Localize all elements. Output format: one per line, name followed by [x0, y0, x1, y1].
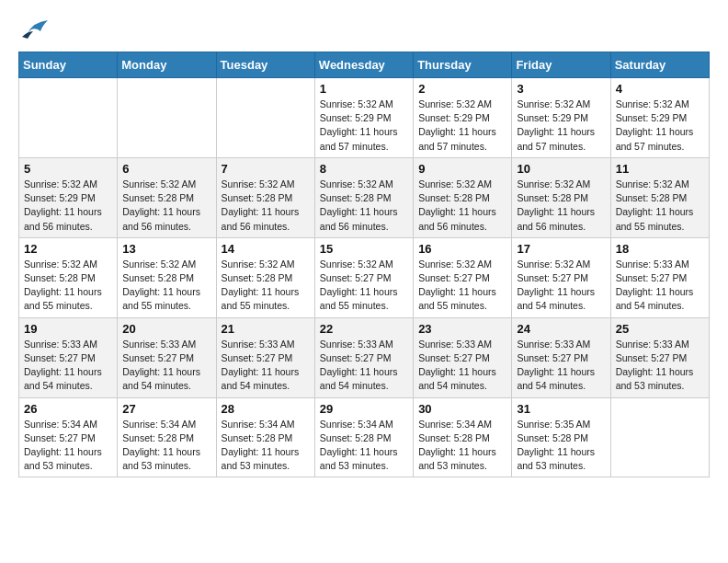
calendar-cell: 19Sunrise: 5:33 AM Sunset: 5:27 PM Dayli… [19, 317, 118, 397]
calendar-cell: 29Sunrise: 5:34 AM Sunset: 5:28 PM Dayli… [314, 397, 413, 477]
day-number: 16 [418, 242, 506, 256]
day-info: Sunrise: 5:33 AM Sunset: 5:27 PM Dayligh… [320, 338, 408, 394]
calendar-cell: 20Sunrise: 5:33 AM Sunset: 5:27 PM Dayli… [118, 317, 216, 397]
calendar-header-tuesday: Tuesday [216, 52, 314, 78]
calendar-cell: 14Sunrise: 5:32 AM Sunset: 5:28 PM Dayli… [216, 237, 314, 317]
day-number: 23 [418, 322, 506, 336]
day-number: 9 [418, 162, 506, 176]
day-number: 19 [24, 322, 112, 336]
logo [18, 18, 48, 37]
day-info: Sunrise: 5:33 AM Sunset: 5:27 PM Dayligh… [24, 338, 112, 394]
calendar-cell: 3Sunrise: 5:32 AM Sunset: 5:29 PM Daylig… [512, 78, 610, 158]
week-row-1: 1Sunrise: 5:32 AM Sunset: 5:29 PM Daylig… [19, 78, 710, 158]
calendar-cell: 11Sunrise: 5:32 AM Sunset: 5:28 PM Dayli… [610, 157, 709, 237]
calendar-cell [216, 78, 314, 158]
day-number: 5 [24, 162, 112, 176]
day-info: Sunrise: 5:32 AM Sunset: 5:28 PM Dayligh… [122, 178, 210, 234]
day-number: 18 [616, 242, 704, 256]
day-info: Sunrise: 5:32 AM Sunset: 5:28 PM Dayligh… [418, 178, 506, 234]
day-number: 1 [320, 82, 408, 96]
day-number: 31 [517, 402, 605, 416]
calendar-cell: 24Sunrise: 5:33 AM Sunset: 5:27 PM Dayli… [512, 317, 610, 397]
day-number: 10 [517, 162, 605, 176]
day-number: 15 [320, 242, 408, 256]
calendar-cell: 25Sunrise: 5:33 AM Sunset: 5:27 PM Dayli… [610, 317, 709, 397]
day-info: Sunrise: 5:32 AM Sunset: 5:29 PM Dayligh… [24, 178, 112, 234]
day-number: 2 [418, 82, 506, 96]
calendar-header-saturday: Saturday [610, 52, 709, 78]
day-info: Sunrise: 5:32 AM Sunset: 5:29 PM Dayligh… [418, 98, 506, 154]
calendar-cell: 21Sunrise: 5:33 AM Sunset: 5:27 PM Dayli… [216, 317, 314, 397]
calendar-cell: 2Sunrise: 5:32 AM Sunset: 5:29 PM Daylig… [414, 78, 512, 158]
day-info: Sunrise: 5:32 AM Sunset: 5:28 PM Dayligh… [320, 178, 408, 234]
day-number: 24 [517, 322, 605, 336]
day-info: Sunrise: 5:33 AM Sunset: 5:27 PM Dayligh… [616, 258, 704, 314]
calendar: SundayMondayTuesdayWednesdayThursdayFrid… [18, 52, 710, 477]
calendar-cell: 8Sunrise: 5:32 AM Sunset: 5:28 PM Daylig… [314, 157, 413, 237]
calendar-cell: 30Sunrise: 5:34 AM Sunset: 5:28 PM Dayli… [414, 397, 512, 477]
day-number: 30 [418, 402, 506, 416]
day-number: 20 [122, 322, 210, 336]
day-info: Sunrise: 5:32 AM Sunset: 5:27 PM Dayligh… [517, 258, 605, 314]
day-number: 14 [222, 242, 310, 256]
day-number: 12 [24, 242, 112, 256]
calendar-header-wednesday: Wednesday [314, 52, 413, 78]
calendar-cell: 10Sunrise: 5:32 AM Sunset: 5:28 PM Dayli… [512, 157, 610, 237]
calendar-cell: 18Sunrise: 5:33 AM Sunset: 5:27 PM Dayli… [610, 237, 709, 317]
calendar-cell: 5Sunrise: 5:32 AM Sunset: 5:29 PM Daylig… [19, 157, 118, 237]
day-number: 4 [616, 82, 704, 96]
day-number: 21 [222, 322, 310, 336]
calendar-header-row: SundayMondayTuesdayWednesdayThursdayFrid… [19, 52, 710, 78]
calendar-cell: 28Sunrise: 5:34 AM Sunset: 5:28 PM Dayli… [216, 397, 314, 477]
day-info: Sunrise: 5:32 AM Sunset: 5:29 PM Dayligh… [616, 98, 704, 154]
calendar-cell: 13Sunrise: 5:32 AM Sunset: 5:28 PM Dayli… [118, 237, 216, 317]
day-number: 8 [320, 162, 408, 176]
day-info: Sunrise: 5:35 AM Sunset: 5:28 PM Dayligh… [517, 418, 605, 474]
calendar-header-sunday: Sunday [19, 52, 118, 78]
day-info: Sunrise: 5:33 AM Sunset: 5:27 PM Dayligh… [122, 338, 210, 394]
calendar-cell [610, 397, 709, 477]
calendar-header-thursday: Thursday [414, 52, 512, 78]
day-number: 13 [122, 242, 210, 256]
day-number: 17 [517, 242, 605, 256]
calendar-cell: 23Sunrise: 5:33 AM Sunset: 5:27 PM Dayli… [414, 317, 512, 397]
day-info: Sunrise: 5:33 AM Sunset: 5:27 PM Dayligh… [517, 338, 605, 394]
calendar-header-friday: Friday [512, 52, 610, 78]
day-info: Sunrise: 5:34 AM Sunset: 5:28 PM Dayligh… [418, 418, 506, 474]
day-number: 25 [616, 322, 704, 336]
calendar-header-monday: Monday [118, 52, 216, 78]
calendar-cell: 22Sunrise: 5:33 AM Sunset: 5:27 PM Dayli… [314, 317, 413, 397]
day-info: Sunrise: 5:33 AM Sunset: 5:27 PM Dayligh… [222, 338, 310, 394]
day-number: 28 [222, 402, 310, 416]
calendar-cell: 4Sunrise: 5:32 AM Sunset: 5:29 PM Daylig… [610, 78, 709, 158]
week-row-4: 19Sunrise: 5:33 AM Sunset: 5:27 PM Dayli… [19, 317, 710, 397]
day-number: 11 [616, 162, 704, 176]
calendar-cell: 9Sunrise: 5:32 AM Sunset: 5:28 PM Daylig… [414, 157, 512, 237]
day-info: Sunrise: 5:32 AM Sunset: 5:27 PM Dayligh… [418, 258, 506, 314]
logo-text [18, 18, 48, 37]
calendar-cell: 1Sunrise: 5:32 AM Sunset: 5:29 PM Daylig… [314, 78, 413, 158]
calendar-cell: 7Sunrise: 5:32 AM Sunset: 5:28 PM Daylig… [216, 157, 314, 237]
day-info: Sunrise: 5:32 AM Sunset: 5:29 PM Dayligh… [320, 98, 408, 154]
week-row-2: 5Sunrise: 5:32 AM Sunset: 5:29 PM Daylig… [19, 157, 710, 237]
day-info: Sunrise: 5:32 AM Sunset: 5:29 PM Dayligh… [517, 98, 605, 154]
day-number: 6 [122, 162, 210, 176]
day-info: Sunrise: 5:32 AM Sunset: 5:28 PM Dayligh… [616, 178, 704, 234]
day-info: Sunrise: 5:32 AM Sunset: 5:28 PM Dayligh… [24, 258, 112, 314]
page: SundayMondayTuesdayWednesdayThursdayFrid… [0, 0, 728, 487]
calendar-cell: 6Sunrise: 5:32 AM Sunset: 5:28 PM Daylig… [118, 157, 216, 237]
calendar-cell: 12Sunrise: 5:32 AM Sunset: 5:28 PM Dayli… [19, 237, 118, 317]
day-number: 29 [320, 402, 408, 416]
day-info: Sunrise: 5:32 AM Sunset: 5:28 PM Dayligh… [222, 258, 310, 314]
day-info: Sunrise: 5:32 AM Sunset: 5:28 PM Dayligh… [122, 258, 210, 314]
calendar-cell: 31Sunrise: 5:35 AM Sunset: 5:28 PM Dayli… [512, 397, 610, 477]
day-number: 26 [24, 402, 112, 416]
day-number: 3 [517, 82, 605, 96]
day-info: Sunrise: 5:33 AM Sunset: 5:27 PM Dayligh… [616, 338, 704, 394]
week-row-3: 12Sunrise: 5:32 AM Sunset: 5:28 PM Dayli… [19, 237, 710, 317]
calendar-cell: 16Sunrise: 5:32 AM Sunset: 5:27 PM Dayli… [414, 237, 512, 317]
day-info: Sunrise: 5:32 AM Sunset: 5:28 PM Dayligh… [222, 178, 310, 234]
calendar-cell: 17Sunrise: 5:32 AM Sunset: 5:27 PM Dayli… [512, 237, 610, 317]
day-number: 7 [222, 162, 310, 176]
day-info: Sunrise: 5:32 AM Sunset: 5:28 PM Dayligh… [517, 178, 605, 234]
